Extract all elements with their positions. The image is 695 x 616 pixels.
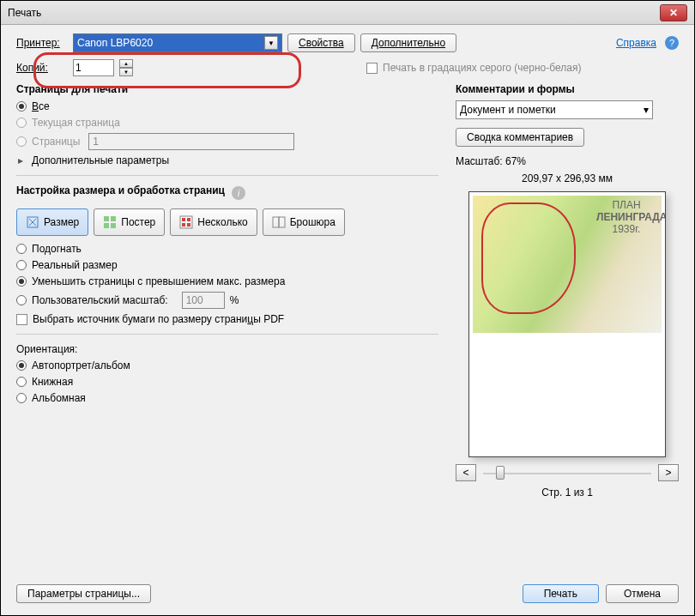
svg-rect-9: [187, 223, 190, 226]
dimensions-label: 209,97 x 296,93 мм: [456, 172, 679, 184]
actual-radio[interactable]: [16, 260, 27, 270]
close-button[interactable]: ✕: [660, 4, 687, 21]
mode-poster-button[interactable]: Постер: [94, 208, 165, 236]
grayscale-checkbox[interactable]: [366, 63, 378, 74]
svg-rect-11: [279, 217, 285, 227]
orient-auto-label: Автопортрет/альбом: [32, 359, 130, 371]
pages-range-radio[interactable]: [16, 136, 27, 147]
orient-portrait-label: Книжная: [32, 376, 73, 388]
print-button[interactable]: Печать: [523, 584, 599, 603]
printer-value: Canon LBP6020: [77, 37, 153, 49]
chevron-down-icon: ▾: [644, 104, 649, 116]
multiple-icon: [179, 215, 193, 229]
zoom-slider[interactable]: [483, 464, 651, 481]
svg-rect-6: [182, 218, 185, 221]
svg-rect-8: [182, 223, 185, 226]
window-title: Печать: [8, 7, 41, 19]
shrink-label: Уменьшить страницы с превышением макс. р…: [32, 275, 285, 287]
pages-all-radio[interactable]: [16, 101, 27, 112]
page-indicator: Стр. 1 из 1: [456, 486, 679, 498]
pages-range-input[interactable]: 1: [88, 133, 294, 150]
summarize-comments-button[interactable]: Сводка комментариев: [456, 128, 584, 147]
help-icon[interactable]: ?: [665, 36, 679, 50]
pages-all-label: Все: [32, 100, 50, 112]
custom-scale-radio[interactable]: [16, 295, 27, 305]
orient-landscape-label: Альбомная: [32, 392, 86, 404]
prev-page-button[interactable]: <: [456, 464, 476, 481]
svg-rect-10: [273, 217, 279, 227]
pages-range-label: Страницы: [32, 136, 80, 148]
expand-icon[interactable]: ▸: [18, 154, 23, 166]
print-dialog: Печать ✕ Принтер: Canon LBP6020 ▼ Свойст…: [0, 0, 695, 616]
paper-source-checkbox[interactable]: [16, 314, 27, 325]
mode-booklet-button[interactable]: Брошюра: [263, 208, 345, 236]
comments-section-title: Комментарии и формы: [456, 83, 679, 95]
copies-label: Копий:: [16, 62, 68, 74]
preview-map-image: ПЛАН ЛЕНИНГРАДА 1939г.: [473, 196, 662, 333]
help-link[interactable]: Справка: [616, 37, 656, 49]
pages-current-label: Текущая страница: [32, 117, 120, 129]
custom-scale-input[interactable]: 100: [182, 292, 225, 309]
orient-auto-radio[interactable]: [16, 360, 27, 371]
copies-spinner[interactable]: ▲▼: [119, 59, 133, 76]
size-icon: [26, 215, 39, 229]
mode-size-button[interactable]: Размер: [16, 208, 88, 236]
cancel-button[interactable]: Отмена: [606, 584, 679, 603]
svg-rect-4: [111, 223, 116, 228]
page-setup-button[interactable]: Параметры страницы...: [16, 584, 151, 603]
chevron-down-icon[interactable]: ▼: [264, 36, 278, 50]
paper-source-label: Выбрать источник бумаги по размеру стран…: [33, 313, 284, 325]
fit-label: Подогнать: [32, 243, 82, 255]
svg-rect-7: [187, 218, 190, 221]
shrink-radio[interactable]: [16, 276, 27, 287]
more-options-label[interactable]: Дополнительные параметры: [32, 154, 169, 166]
grayscale-label: Печать в градациях серого (черно-белая): [383, 62, 581, 74]
next-page-button[interactable]: >: [658, 464, 679, 481]
orientation-label: Ориентация:: [16, 343, 438, 355]
advanced-button[interactable]: Дополнительно: [360, 33, 456, 52]
scale-label: Масштаб: 67%: [456, 155, 679, 167]
properties-button[interactable]: Свойства: [287, 33, 355, 52]
printer-select[interactable]: Canon LBP6020 ▼: [73, 33, 282, 52]
print-preview: ПЛАН ЛЕНИНГРАДА 1939г.: [468, 191, 666, 457]
custom-scale-label: Пользовательский масштаб:: [32, 294, 168, 306]
percent-label: %: [230, 294, 239, 306]
svg-rect-1: [104, 216, 109, 221]
sizing-section-title: Настройка размера и обработка страниц: [16, 184, 225, 196]
orient-landscape-radio[interactable]: [16, 393, 27, 403]
orient-portrait-radio[interactable]: [16, 377, 27, 387]
booklet-icon: [272, 215, 286, 229]
titlebar: Печать ✕: [1, 1, 694, 25]
pages-section-title: Страницы для печати: [16, 83, 438, 95]
info-icon[interactable]: i: [232, 186, 245, 200]
printer-label: Принтер:: [16, 37, 68, 49]
svg-rect-2: [111, 216, 116, 221]
svg-rect-3: [104, 223, 109, 228]
mode-multiple-button[interactable]: Несколько: [170, 208, 257, 236]
comments-select[interactable]: Документ и пометки ▾: [456, 100, 653, 119]
fit-radio[interactable]: [16, 244, 27, 254]
copies-input[interactable]: 1: [73, 59, 114, 76]
pages-current-radio[interactable]: [16, 118, 27, 128]
actual-label: Реальный размер: [32, 259, 118, 271]
poster-icon: [103, 215, 117, 229]
